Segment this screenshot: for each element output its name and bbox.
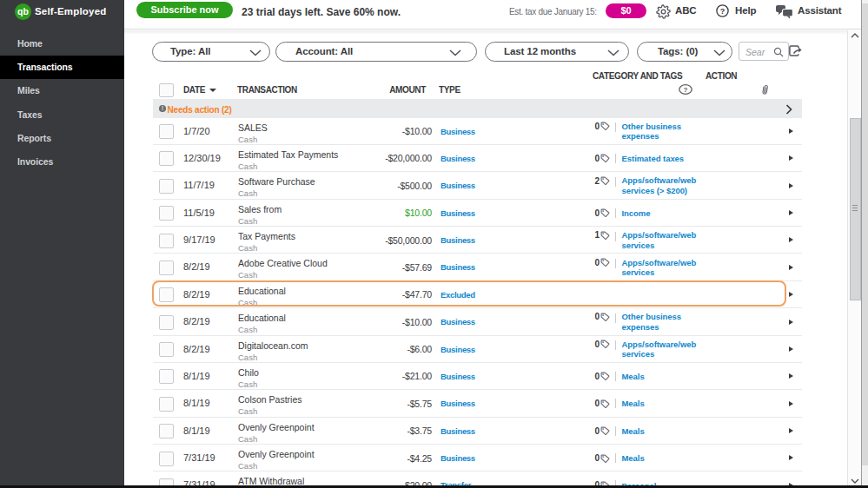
svg-text:?: ? xyxy=(684,86,688,94)
svg-text:?: ? xyxy=(720,7,726,16)
svg-text:qb: qb xyxy=(17,6,29,16)
